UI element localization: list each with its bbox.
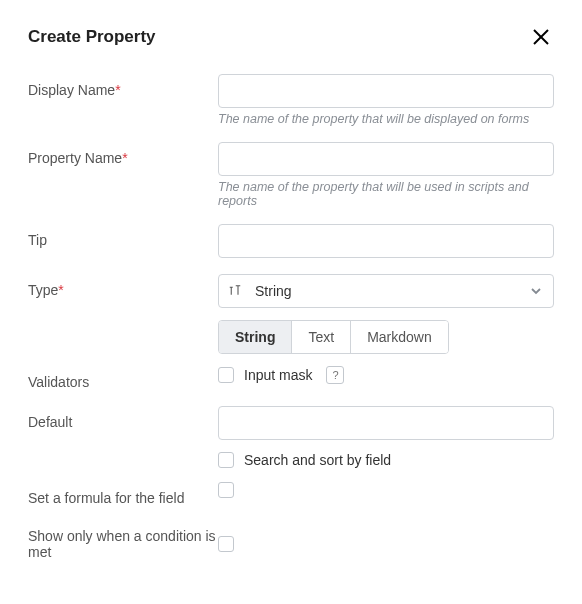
create-property-dialog: Create Property Display Name* The name o… [0, 0, 582, 604]
type-seg-markdown[interactable]: Markdown [351, 321, 448, 353]
search-sort-checkbox[interactable] [218, 452, 234, 468]
dialog-header: Create Property [28, 24, 554, 50]
display-name-input[interactable] [218, 74, 554, 108]
property-name-row: Property Name* [28, 142, 554, 176]
formula-checkbox[interactable] [218, 482, 234, 498]
property-name-input[interactable] [218, 142, 554, 176]
required-marker: * [58, 282, 63, 298]
type-row: Type* String String Text Markdown [28, 274, 554, 354]
formula-label: Set a formula for the field [28, 482, 218, 506]
input-mask-checkbox[interactable] [218, 367, 234, 383]
search-sort-label: Search and sort by field [244, 452, 391, 468]
validators-row: Validators Input mask ? [28, 366, 554, 390]
default-label: Default [28, 406, 218, 430]
default-input[interactable] [218, 406, 554, 440]
condition-row: Show only when a condition is met [28, 526, 554, 560]
type-seg-string[interactable]: String [219, 321, 292, 353]
property-name-label-text: Property Name [28, 150, 122, 166]
property-name-helper: The name of the property that will be us… [218, 180, 554, 208]
display-name-helper: The name of the property that will be di… [218, 112, 554, 126]
property-name-label: Property Name* [28, 142, 218, 166]
required-marker: * [122, 150, 127, 166]
default-row: Default Search and sort by field [28, 406, 554, 482]
type-select[interactable]: String [218, 274, 554, 308]
string-type-icon [229, 284, 247, 298]
validators-label: Validators [28, 366, 218, 390]
formula-row: Set a formula for the field [28, 482, 554, 506]
chevron-down-icon [529, 284, 543, 298]
tip-input[interactable] [218, 224, 554, 258]
display-name-helper-row: The name of the property that will be di… [28, 112, 554, 126]
type-selected-value: String [255, 283, 292, 299]
condition-label: Show only when a condition is met [28, 526, 218, 560]
close-icon [532, 28, 550, 46]
input-mask-label: Input mask [244, 367, 312, 383]
display-name-row: Display Name* [28, 74, 554, 108]
help-icon[interactable]: ? [326, 366, 344, 384]
type-label: Type* [28, 274, 218, 298]
close-button[interactable] [528, 24, 554, 50]
type-seg-text[interactable]: Text [292, 321, 351, 353]
dialog-body: Display Name* The name of the property t… [28, 74, 554, 568]
type-segment: String Text Markdown [218, 320, 449, 354]
tip-label: Tip [28, 224, 218, 248]
display-name-label: Display Name* [28, 74, 218, 98]
dialog-title: Create Property [28, 27, 156, 47]
required-marker: * [115, 82, 120, 98]
type-label-text: Type [28, 282, 58, 298]
display-name-label-text: Display Name [28, 82, 115, 98]
tip-row: Tip [28, 224, 554, 258]
condition-checkbox[interactable] [218, 536, 234, 552]
property-name-helper-row: The name of the property that will be us… [28, 180, 554, 208]
